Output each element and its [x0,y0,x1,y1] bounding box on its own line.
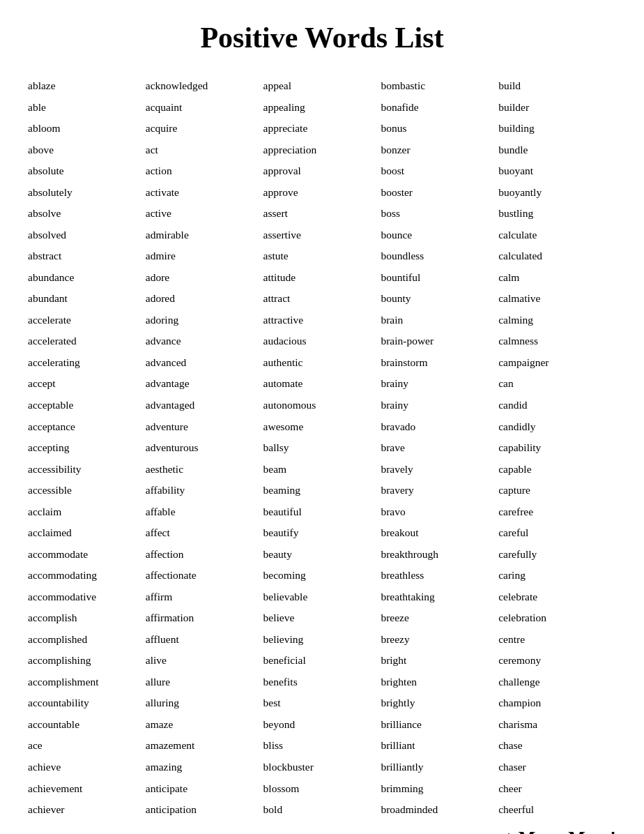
word-item: admire [146,245,263,267]
word-item: acquaint [146,97,263,119]
word-item: affable [146,501,263,523]
word-item: bravely [381,459,498,480]
word-item: beautify [263,522,381,544]
word-item: acquire [146,118,263,139]
word-item: accommodative [28,586,146,608]
word-item: accomplish [28,607,146,629]
word-item: adventurous [146,437,263,459]
word-item: candidly [498,416,616,438]
word-item: accomplishment [28,672,146,693]
word-item: believe [263,607,381,629]
word-item: bonus [381,118,498,139]
word-item: breakthrough [381,544,498,566]
word-item: boundless [381,245,498,267]
word-item: affability [146,480,263,501]
word-item: absolutely [28,182,146,204]
word-item: accountable [28,714,146,736]
word-item: accelerating [28,352,146,374]
word-item: approve [263,182,381,204]
word-item: believable [263,586,381,608]
word-item: acclaimed [28,522,146,544]
word-item: brilliant [381,735,498,757]
word-item: centre [498,629,616,651]
word-item: calm [498,267,616,289]
word-item: breezy [381,629,498,651]
word-item: celebration [498,607,616,629]
word-grid: ablazeableabloomaboveabsoluteabsolutelya… [28,75,616,821]
word-item: cheerful [498,799,616,821]
word-item: breathtaking [381,586,498,608]
word-item: action [146,160,263,182]
word-item: can [498,373,616,395]
word-item: assertive [263,225,381,246]
word-column-2: appealappealingappreciateappreciationapp… [263,75,381,821]
word-item: calculate [498,225,616,246]
word-item: appreciate [263,118,381,139]
word-item: candid [498,395,616,416]
word-column-4: buildbuilderbuildingbundlebuoyantbuoyant… [498,75,616,821]
word-item: brighten [381,672,498,693]
word-item: acclaim [28,501,146,523]
word-item: bonzer [381,139,498,161]
footer: WWW.THEGOALCHASER.COM + Many More! [28,828,616,834]
word-item: absolute [28,160,146,182]
word-item: absolved [28,225,146,246]
word-item: buoyantly [498,182,616,204]
word-item: appreciation [263,139,381,161]
word-item: bright [381,650,498,672]
word-item: accept [28,373,146,395]
word-item: astute [263,245,381,267]
more-label: + Many More! [469,828,616,834]
word-item: capture [498,480,616,501]
word-item: abundance [28,267,146,289]
word-item: achievement [28,778,146,800]
word-item: beam [263,459,381,480]
word-item: advantage [146,373,263,395]
word-item: bustling [498,203,616,225]
word-item: achiever [28,799,146,821]
word-item: calculated [498,245,616,267]
word-item: adored [146,288,263,310]
word-item: carefree [498,501,616,523]
word-item: careful [498,522,616,544]
word-item: affluent [146,629,263,651]
word-item: anticipation [146,799,263,821]
word-item: ablaze [28,75,146,97]
word-item: affirm [146,586,263,608]
word-item: celebrate [498,586,616,608]
word-item: allure [146,672,263,693]
word-item: abundant [28,288,146,310]
word-item: aesthetic [146,459,263,480]
word-item: bravery [381,480,498,501]
word-item: accomplishing [28,650,146,672]
word-item: appealing [263,97,381,119]
word-item: amazing [146,757,263,778]
word-item: bounty [381,288,498,310]
word-column-0: ablazeableabloomaboveabsoluteabsolutelya… [28,75,146,821]
word-item: challenge [498,672,616,693]
word-item: above [28,139,146,161]
word-item: approval [263,160,381,182]
word-item: building [498,118,616,139]
word-item: active [146,203,263,225]
word-item: brilliance [381,714,498,736]
word-item: blockbuster [263,757,381,778]
word-item: accelerate [28,310,146,331]
word-item: accountability [28,692,146,714]
word-item: activate [146,182,263,204]
word-item: audacious [263,331,381,352]
word-item: brainy [381,373,498,395]
word-item: beauty [263,544,381,566]
page-title: Positive Words List [28,21,616,54]
word-item: advance [146,331,263,352]
word-item: affectionate [146,565,263,586]
word-item: beaming [263,480,381,501]
word-item: capable [498,459,616,480]
word-item: accelerated [28,331,146,352]
word-item: brainy [381,395,498,416]
word-item: autonomous [263,395,381,416]
word-item: brightly [381,692,498,714]
word-item: breathless [381,565,498,586]
word-item: accommodating [28,565,146,586]
word-item: adventure [146,416,263,438]
